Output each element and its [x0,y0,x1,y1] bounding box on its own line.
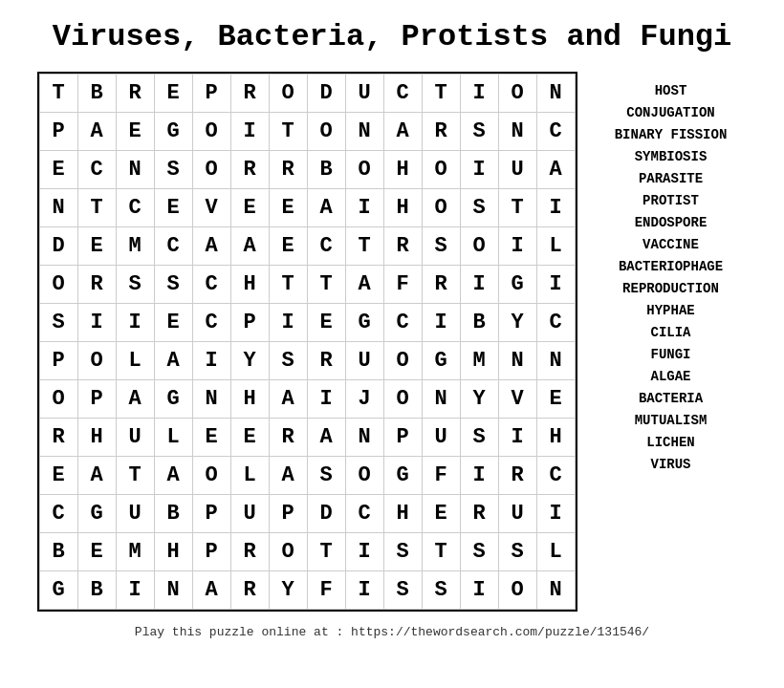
grid-cell: S [383,571,422,610]
word-list-item: VACCINE [642,235,699,255]
grid-cell: R [39,419,77,457]
grid-cell: O [383,380,422,419]
grid-cell: R [498,457,536,495]
grid-cell: Y [498,304,536,342]
word-list-item: SYMBIOSIS [635,147,708,167]
grid-cell: I [345,571,383,610]
grid-cell: H [536,419,575,457]
grid-cell: E [536,380,575,419]
word-list-item: MUTUALISM [635,411,708,431]
grid-cell: R [422,113,460,151]
grid-cell: E [77,227,116,266]
grid-cell: R [269,151,307,189]
grid-cell: V [192,189,230,227]
grid-cell: G [383,457,422,495]
grid-cell: H [383,495,422,533]
grid-cell: R [230,571,269,610]
grid-cell: H [154,533,192,571]
grid-cell: L [536,227,575,266]
word-list: HOSTCONJUGATIONBINARY FISSIONSYMBIOSISPA… [595,72,748,475]
grid-cell: M [116,533,154,571]
grid-cell: E [39,457,77,495]
grid-cell: R [307,342,345,380]
grid-cell: I [345,189,383,227]
grid-row: ORSSCHTTAFRIGI [39,266,575,304]
grid-cell: P [192,495,230,533]
word-list-item: HYPHAE [646,301,694,321]
grid-cell: I [307,380,345,419]
grid-cell: O [77,342,116,380]
grid-cell: A [269,457,307,495]
word-list-item: LICHEN [646,433,694,453]
grid-cell: I [460,266,498,304]
grid-cell: T [39,75,77,113]
grid-cell: F [307,571,345,610]
grid-cell: S [422,571,460,610]
word-list-item: BACTERIA [639,389,703,409]
grid-cell: N [345,419,383,457]
grid-cell: T [307,266,345,304]
word-list-item: PARASITE [639,169,703,189]
grid-cell: E [154,189,192,227]
footer-text: Play this puzzle online at : https://the… [135,625,649,639]
grid-cell: Y [230,342,269,380]
grid-cell: S [154,151,192,189]
grid-cell: T [345,227,383,266]
word-list-item: ENDOSPORE [635,213,708,233]
grid-cell: I [422,304,460,342]
grid-cell: G [498,266,536,304]
grid-cell: P [39,342,77,380]
grid-cell: N [116,151,154,189]
grid-cell: I [536,495,575,533]
grid-cell: U [422,419,460,457]
grid-cell: C [536,113,575,151]
grid-cell: T [116,457,154,495]
grid-cell: S [460,419,498,457]
grid-cell: I [116,304,154,342]
grid-cell: O [192,457,230,495]
grid-row: RHULEERANPUSIH [39,419,575,457]
grid-cell: N [536,571,575,610]
grid-cell: C [383,75,422,113]
grid-cell: E [230,419,269,457]
grid-cell: O [192,151,230,189]
grid-row: ECNSORRBOHOIUA [39,151,575,189]
grid-cell: A [383,113,422,151]
grid-cell: I [269,304,307,342]
grid-cell: O [39,380,77,419]
grid-cell: S [39,304,77,342]
grid-cell: A [192,227,230,266]
grid-cell: C [192,304,230,342]
grid-cell: U [345,342,383,380]
grid-cell: G [77,495,116,533]
grid-cell: R [230,75,269,113]
word-list-item: CONJUGATION [626,103,714,123]
grid-cell: O [307,113,345,151]
grid-cell: D [39,227,77,266]
grid-cell: P [39,113,77,151]
grid-cell: C [536,457,575,495]
grid-cell: G [154,380,192,419]
grid-cell: C [345,495,383,533]
grid-cell: C [192,266,230,304]
grid-cell: L [154,419,192,457]
grid-cell: A [536,151,575,189]
grid-cell: C [383,304,422,342]
grid-cell: T [498,189,536,227]
grid-cell: O [269,533,307,571]
grid-cell: A [307,419,345,457]
grid-cell: E [269,189,307,227]
grid-cell: P [192,75,230,113]
word-list-item: CILIA [650,323,690,343]
grid-cell: O [422,189,460,227]
grid-cell: M [116,227,154,266]
grid-cell: O [383,342,422,380]
grid-cell: B [307,151,345,189]
grid-cell: O [345,151,383,189]
grid-cell: N [345,113,383,151]
grid-cell: I [460,457,498,495]
grid-cell: U [116,495,154,533]
grid-cell: A [345,266,383,304]
grid-cell: G [39,571,77,610]
grid-cell: E [192,419,230,457]
